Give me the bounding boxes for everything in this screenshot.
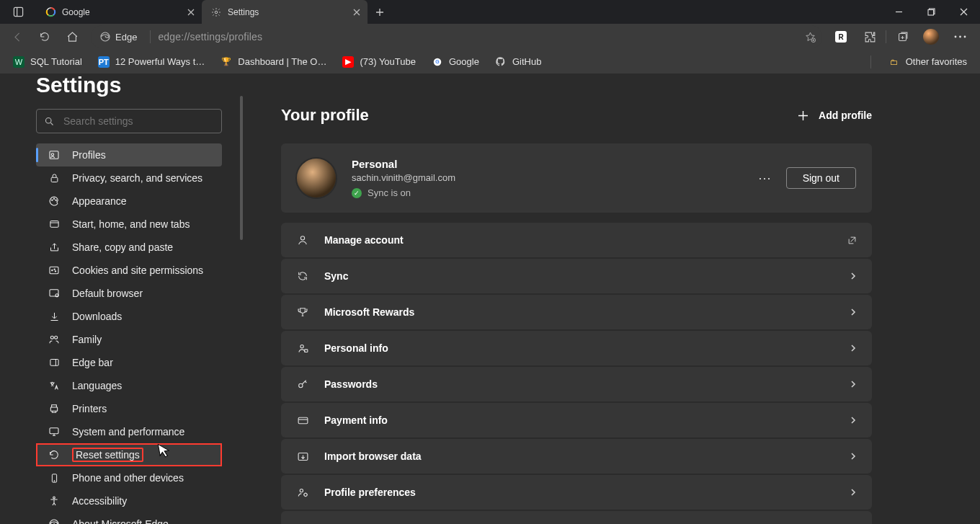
sync-status: ✓ Sync is on — [352, 187, 455, 198]
window-controls — [883, 0, 980, 24]
nav-downloads[interactable]: Downloads — [36, 305, 222, 328]
nav-default-browser[interactable]: Default browser — [36, 282, 222, 305]
settings-page: Settings Profiles Privacy, search, and s… — [0, 74, 980, 524]
nav-appearance[interactable]: Appearance — [36, 190, 222, 213]
nav-share[interactable]: Share, copy and paste — [36, 236, 222, 259]
opt-payment[interactable]: Payment info — [281, 403, 872, 438]
opt-manage-account[interactable]: Manage account — [281, 223, 872, 257]
opt-preferences[interactable]: Profile preferences — [281, 475, 872, 510]
svg-point-12 — [963, 36, 966, 38]
tab-actions-button[interactable] — [0, 0, 36, 24]
folder-icon: 🗀 — [888, 56, 900, 68]
nav-start[interactable]: Start, home, and new tabs — [36, 213, 222, 236]
svg-point-27 — [55, 271, 55, 272]
profile-options: Manage account Sync Microsoft Rewards Pe… — [281, 223, 872, 524]
svg-point-25 — [52, 270, 53, 270]
tab-google[interactable]: Google — [36, 0, 202, 24]
maximize-button[interactable] — [915, 0, 948, 24]
plus-icon — [798, 110, 808, 121]
bookmark-google[interactable]: GGoogle — [426, 54, 485, 70]
import-icon — [295, 450, 310, 463]
edge-icon — [99, 31, 111, 43]
opt-sync[interactable]: Sync — [281, 259, 872, 293]
svg-point-37 — [53, 480, 54, 481]
refresh-button[interactable] — [32, 25, 58, 48]
extensions-button[interactable] — [857, 25, 883, 48]
rewards-button[interactable]: R — [828, 25, 854, 48]
collections-button[interactable] — [889, 25, 915, 48]
nav-label: Edge bar — [72, 357, 113, 368]
opt-passwords[interactable]: Passwords — [281, 367, 872, 401]
nav-family[interactable]: Family — [36, 328, 222, 351]
bookmark-dashboard[interactable]: 🏆Dashboard | The O… — [215, 54, 332, 70]
star-plus-icon — [804, 31, 816, 43]
nav-about[interactable]: About Microsoft Edge — [36, 512, 222, 524]
nav-reset-settings[interactable]: Reset settings — [36, 443, 222, 466]
nav-languages[interactable]: Languages — [36, 374, 222, 397]
separator — [870, 55, 871, 68]
bookmark-label: Dashboard | The O… — [238, 56, 326, 67]
minimize-button[interactable] — [883, 0, 915, 24]
other-favorites[interactable]: 🗀Other favorites — [883, 54, 973, 70]
profile-avatar[interactable] — [918, 25, 944, 48]
svg-point-38 — [53, 497, 55, 499]
close-icon[interactable] — [187, 9, 195, 16]
profile-more-button[interactable]: ··· — [759, 171, 772, 186]
new-tab-button[interactable] — [368, 0, 392, 24]
svg-point-20 — [53, 198, 54, 199]
favorite-button[interactable] — [804, 31, 816, 43]
tab-settings[interactable]: Settings — [202, 0, 368, 24]
signout-button[interactable]: Sign out — [786, 167, 856, 189]
settings-nav: Profiles Privacy, search, and services A… — [10, 143, 235, 524]
bookmark-sql[interactable]: WSQL Tutorial — [7, 54, 88, 70]
svg-point-40 — [300, 236, 304, 240]
separator — [150, 30, 151, 43]
svg-rect-28 — [50, 290, 58, 296]
back-button[interactable] — [4, 25, 30, 48]
opt-label: Import browser data — [324, 450, 422, 462]
sidebar-scrollbar[interactable] — [240, 96, 243, 240]
nav-label: Appearance — [72, 195, 127, 207]
opt-rewards[interactable]: Microsoft Rewards — [281, 295, 872, 329]
nav-phone[interactable]: Phone and other devices — [36, 466, 222, 489]
opt-label: Microsoft Rewards — [324, 306, 414, 318]
site-identity[interactable]: Edge — [94, 31, 143, 43]
close-window-button[interactable] — [948, 0, 980, 24]
letter-r-icon: R — [835, 31, 847, 43]
google-icon: G — [432, 56, 443, 68]
chevron-right-icon — [849, 416, 858, 425]
svg-point-15 — [46, 117, 52, 123]
opt-import[interactable]: Import browser data — [281, 439, 872, 474]
opt-label: Sync — [324, 270, 348, 282]
bookmark-youtube[interactable]: ▶(73) YouTube — [337, 54, 422, 70]
home-button[interactable] — [59, 25, 85, 48]
svg-point-30 — [50, 336, 53, 339]
profile-email: sachin.vinith@gmail.com — [352, 172, 455, 183]
opt-personal-info[interactable]: Personal info — [281, 331, 872, 365]
close-icon[interactable] — [353, 9, 360, 16]
opt-share-windows[interactable]: Share browsing data with other Windows f… — [281, 511, 872, 524]
nav-accessibility[interactable]: Accessibility — [36, 489, 222, 512]
nav-cookies[interactable]: Cookies and site permissions — [36, 259, 222, 282]
address-bar[interactable]: Edge edge://settings/profiles — [91, 25, 822, 48]
chevron-right-icon — [849, 380, 858, 388]
printer-icon — [48, 403, 61, 414]
settings-search[interactable] — [36, 109, 222, 133]
more-menu-button[interactable] — [947, 25, 973, 48]
nav-edge-bar[interactable]: Edge bar — [36, 351, 222, 374]
bookmark-github[interactable]: GitHub — [489, 54, 547, 70]
nav-label: Default browser — [72, 288, 143, 299]
people-gear-icon — [295, 487, 310, 499]
bookmarks-bar: WSQL Tutorial PT12 Powerful Ways t… 🏆Das… — [0, 50, 980, 74]
avatar — [297, 159, 336, 197]
profile-name: Personal — [352, 158, 455, 170]
nav-profiles[interactable]: Profiles — [36, 143, 222, 166]
nav-privacy[interactable]: Privacy, search, and services — [36, 166, 222, 190]
bookmark-label: Other favorites — [906, 56, 967, 67]
add-profile-button[interactable]: Add profile — [798, 110, 872, 121]
bookmark-pt[interactable]: PT12 Powerful Ways t… — [92, 54, 211, 70]
nav-label: Languages — [72, 380, 122, 391]
nav-printers[interactable]: Printers — [36, 397, 222, 420]
search-input[interactable] — [63, 115, 214, 127]
nav-system[interactable]: System and performance — [36, 420, 222, 443]
